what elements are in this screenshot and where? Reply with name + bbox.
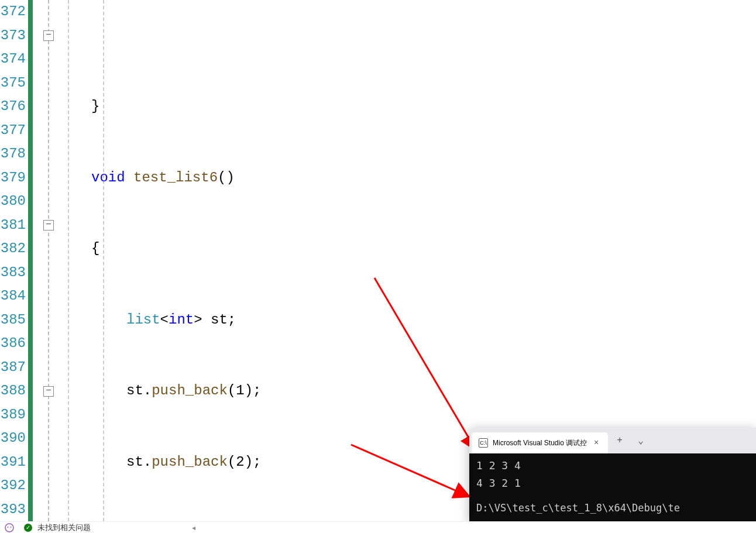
status-bar: ✓ 未找到相关问题 ◂ — [0, 521, 756, 533]
code-text: st. — [126, 454, 152, 470]
line-number: 390 — [0, 427, 26, 451]
output-line: 4 3 2 1 — [476, 474, 749, 492]
keyword: void — [91, 170, 125, 185]
copilot-icon[interactable] — [4, 522, 15, 534]
fold-column: − − − — [41, 0, 56, 521]
terminal-icon: C:\ — [479, 438, 488, 448]
line-number: 383 — [0, 261, 26, 285]
fold-toggle[interactable]: − — [43, 220, 54, 231]
fold-toggle[interactable]: − — [43, 30, 54, 41]
code-text: () — [218, 170, 235, 185]
change-marker — [28, 0, 33, 521]
line-number: 372 — [0, 0, 26, 24]
line-number: 373 — [0, 24, 26, 48]
method: push_back — [152, 383, 228, 398]
code-text: st. — [126, 383, 152, 398]
tab-dropdown-button[interactable]: ⌄ — [631, 431, 650, 450]
line-number: 388 — [0, 379, 26, 403]
svg-point-4 — [11, 527, 12, 528]
line-number: 379 — [0, 166, 26, 190]
line-number: 386 — [0, 332, 26, 356]
svg-point-3 — [8, 527, 9, 528]
function-name: test_list6 — [133, 170, 218, 185]
status-message: 未找到相关问题 — [37, 522, 91, 533]
method: push_back — [152, 454, 228, 470]
svg-point-2 — [5, 524, 13, 532]
line-number: 387 — [0, 356, 26, 380]
output-path: D:\VS\test_c\test_1_8\x64\Debug\te — [476, 499, 749, 517]
code-text: (2); — [228, 454, 262, 470]
line-number: 375 — [0, 71, 26, 95]
line-number: 391 — [0, 451, 26, 474]
line-number: 374 — [0, 47, 26, 71]
new-tab-button[interactable]: + — [610, 431, 629, 450]
terminal-tab[interactable]: C:\ Microsoft Visual Studio 调试控 × — [472, 432, 608, 453]
status-ok-icon[interactable]: ✓ — [22, 522, 34, 534]
code-text: { — [56, 240, 99, 256]
scroll-left-icon[interactable]: ◂ — [192, 524, 195, 532]
line-number: 380 — [0, 190, 26, 214]
line-number: 378 — [0, 142, 26, 166]
line-number: 376 — [0, 95, 26, 119]
terminal-tab-title: Microsoft Visual Studio 调试控 — [493, 438, 587, 448]
line-number: 385 — [0, 308, 26, 332]
terminal-tab-bar: C:\ Microsoft Visual Studio 调试控 × + ⌄ — [469, 428, 756, 453]
line-number: 392 — [0, 474, 26, 498]
code-text: > st; — [194, 312, 236, 328]
code-text: } — [56, 98, 99, 114]
line-number: 384 — [0, 284, 26, 308]
margin — [33, 0, 41, 521]
line-number-gutter: 372 373 374 375 376 377 378 379 380 381 … — [0, 0, 28, 521]
line-number: 393 — [0, 498, 26, 522]
line-number: 382 — [0, 237, 26, 261]
terminal-output[interactable]: 1 2 3 4 4 3 2 1 D:\VS\test_c\test_1_8\x6… — [469, 453, 756, 521]
output-line: 1 2 3 4 — [476, 457, 749, 474]
line-number: 381 — [0, 214, 26, 238]
debug-console-window[interactable]: C:\ Microsoft Visual Studio 调试控 × + ⌄ 1 … — [469, 428, 756, 521]
close-icon[interactable]: × — [592, 438, 601, 448]
line-number: 389 — [0, 403, 26, 427]
fold-toggle[interactable]: − — [43, 386, 54, 397]
line-number: 377 — [0, 119, 26, 143]
code-text: (1); — [228, 383, 262, 398]
keyword: int — [169, 312, 194, 328]
type: list — [126, 312, 160, 328]
